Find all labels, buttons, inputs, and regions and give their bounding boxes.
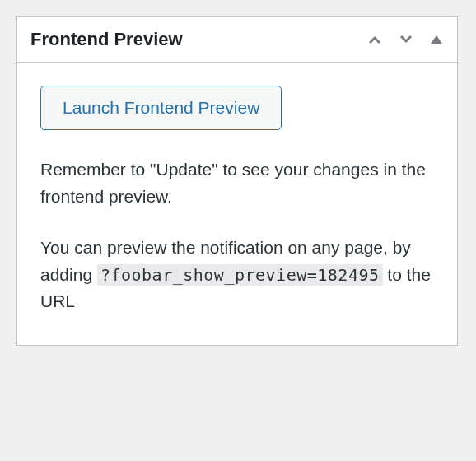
panel-header: Frontend Preview <box>17 17 457 63</box>
frontend-preview-panel: Frontend Preview Launch Frontend Preview… <box>16 16 458 346</box>
chevron-up-icon[interactable] <box>366 31 383 48</box>
panel-title: Frontend Preview <box>30 29 366 50</box>
collapse-triangle-icon[interactable] <box>429 32 444 47</box>
panel-header-controls <box>366 31 444 48</box>
preview-url-instruction: You can preview the notification on any … <box>40 235 434 315</box>
panel-body: Launch Frontend Preview Remember to "Upd… <box>17 63 457 345</box>
launch-frontend-preview-button[interactable]: Launch Frontend Preview <box>40 86 282 130</box>
preview-query-param-code: ?foobar_show_preview=182495 <box>97 264 383 286</box>
chevron-down-icon[interactable] <box>398 31 414 48</box>
update-reminder-text: Remember to "Update" to see your changes… <box>40 156 434 210</box>
